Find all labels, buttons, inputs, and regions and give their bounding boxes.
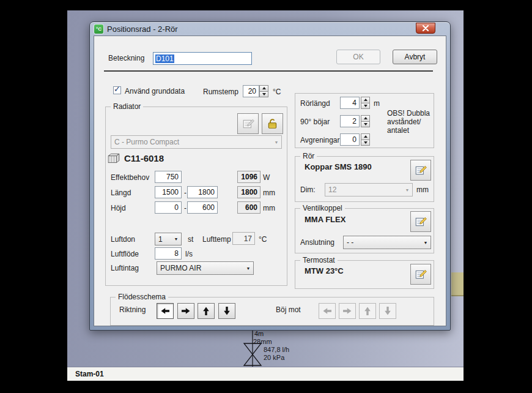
header-separator xyxy=(104,70,433,72)
ror-edit-button[interactable] xyxy=(410,160,431,181)
langd-unit: mm xyxy=(263,189,275,197)
riktning-up-button[interactable] xyxy=(198,303,215,319)
anslutning-label: Anslutning xyxy=(300,238,334,247)
radiator-series-value: C - Purmo Compact xyxy=(114,138,179,146)
luftintag-combo[interactable]: PURMO AIR ▼ xyxy=(157,261,254,275)
radiator-group: Radiator C - Purmo Co xyxy=(105,107,287,286)
rorlangd-label: Rörlängd xyxy=(300,99,330,108)
hojd-max-input[interactable]: 600 xyxy=(187,201,218,214)
spin-down-icon[interactable] xyxy=(361,103,370,110)
rorlangd-input[interactable]: 4 xyxy=(340,97,360,109)
dim-combo[interactable]: 12 ▼ xyxy=(325,183,413,196)
close-button[interactable] xyxy=(416,23,435,34)
edit-icon xyxy=(415,164,427,176)
effektbehov-input[interactable]: 750 xyxy=(155,171,182,183)
beteckning-label: Beteckning xyxy=(108,54,144,62)
avbryt-button[interactable]: Avbryt xyxy=(393,50,437,64)
arrow-right-icon xyxy=(342,306,352,316)
chevron-down-icon: ▼ xyxy=(402,184,412,196)
status-text: Stam-01 xyxy=(75,370,104,378)
effektbehov-result: 1096 xyxy=(237,171,260,183)
radiator-group-label: Radiator xyxy=(111,102,143,111)
spin-down-icon[interactable] xyxy=(361,121,370,128)
radiator-model: C11-6018 xyxy=(124,153,164,163)
ventilkoppel-group-label: Ventilkoppel xyxy=(300,204,345,212)
hojd-dash: - xyxy=(184,204,187,212)
canvas-object-partial xyxy=(451,272,464,296)
riktning-down-button[interactable] xyxy=(218,303,235,319)
bojmot-up-button[interactable] xyxy=(359,303,376,319)
luftdon-combo[interactable]: 1 ▼ xyxy=(155,233,182,245)
ventilkoppel-edit-button[interactable] xyxy=(410,211,431,232)
bojar-label: 90° böjar xyxy=(300,118,330,126)
termostat-edit-button[interactable] xyxy=(410,264,431,285)
ror-group-label: Rör xyxy=(300,152,317,160)
ok-button[interactable]: OK xyxy=(336,50,380,64)
rumstemp-unit: °C xyxy=(273,88,281,96)
radiator-icon xyxy=(107,152,120,164)
beteckning-selected-text: D101 xyxy=(155,54,174,63)
chevron-down-icon: ▼ xyxy=(421,236,430,249)
langd-min-input[interactable]: 1500 xyxy=(155,186,182,198)
avgreningar-spinner[interactable] xyxy=(361,133,370,146)
luftflode-input[interactable]: 8 xyxy=(155,247,182,260)
arrow-down-icon xyxy=(383,306,393,316)
luftflode-unit: l/s xyxy=(185,250,193,258)
langd-result: 1800 xyxy=(237,186,260,198)
obs-note: OBS! Dubbla avståndet/ antalet xyxy=(387,109,434,135)
ror-name: Koppar SMS 1890 xyxy=(305,162,372,171)
anvand-grunddata-label: Använd grunddata xyxy=(125,87,185,95)
app-icon: °C xyxy=(94,24,103,34)
dim-label: Dim: xyxy=(300,185,316,194)
bojmot-label: Böj mot xyxy=(276,305,301,314)
arrow-down-icon xyxy=(222,306,232,316)
ventilkoppel-name: MMA FLEX xyxy=(305,215,345,224)
arrow-left-icon xyxy=(160,306,170,316)
spin-down-icon[interactable] xyxy=(259,91,268,98)
riktning-right-button[interactable] xyxy=(177,303,194,319)
rorlangd-spinner[interactable] xyxy=(361,97,370,109)
anslutning-combo[interactable]: - - ▼ xyxy=(343,236,431,249)
langd-max-input[interactable]: 1800 xyxy=(187,186,218,198)
hojd-unit: mm xyxy=(263,204,275,212)
beteckning-input[interactable]: D101 xyxy=(153,52,252,65)
edit-icon xyxy=(415,268,427,280)
spin-down-icon[interactable] xyxy=(361,140,370,146)
screenshot-stage: 4m 28mm 847,8 l/h 20 kPa Stam-01 °C Posi… xyxy=(0,0,532,393)
anvand-grunddata-checkbox[interactable]: ✓ xyxy=(113,86,121,94)
edit-icon xyxy=(242,118,254,130)
radiator-series-combo[interactable]: C - Purmo Compact ▼ xyxy=(111,135,282,149)
obs-note-line3: antalet xyxy=(387,126,434,135)
bojmot-left-button[interactable] xyxy=(319,303,336,319)
chevron-down-icon: ▼ xyxy=(171,233,181,245)
ventilkoppel-group: Ventilkoppel MMA FLEX Anslutning - - ▼ xyxy=(295,208,434,253)
luftdon-label: Luftdon xyxy=(111,235,135,244)
riktning-label: Riktning xyxy=(119,305,146,314)
lock-icon xyxy=(267,118,279,130)
bojar-spinner[interactable] xyxy=(361,115,370,127)
bojmot-down-button[interactable] xyxy=(379,303,396,319)
radiator-lock-button[interactable] xyxy=(262,113,283,134)
luftintag-value: PURMO AIR xyxy=(160,264,201,272)
ror-group: Rör Koppar SMS 1890 Dim: 12 ▼ mm xyxy=(295,156,434,202)
dialog-window: °C Positionsrad - 2-Rör Beteckning D101 … xyxy=(89,21,451,331)
rorlangd-unit: m xyxy=(374,99,380,108)
arrow-up-icon xyxy=(201,306,211,316)
pipe-lengths-group: Rörlängd 4 m 90° böjar 2 Avgreningar 0 xyxy=(295,93,434,148)
hojd-min-input[interactable]: 0 xyxy=(155,201,182,214)
luftintag-label: Luftintag xyxy=(111,264,139,272)
avgreningar-input[interactable]: 0 xyxy=(340,133,360,146)
rumstemp-spinner[interactable] xyxy=(259,85,268,97)
bojmot-right-button[interactable] xyxy=(339,303,356,319)
rumstemp-input[interactable]: 20 xyxy=(243,85,259,97)
radiator-edit-button[interactable] xyxy=(237,113,259,134)
close-icon xyxy=(422,25,429,31)
riktning-left-button[interactable] xyxy=(157,303,174,319)
flodesschema-group: Flödesschema Riktning Böj mot xyxy=(110,297,434,326)
langd-dash: - xyxy=(184,189,187,197)
effektbehov-unit: W xyxy=(263,173,270,182)
dim-value: 12 xyxy=(328,185,336,194)
hojd-label: Höjd xyxy=(111,204,126,212)
lufttemp-label: Lufttemp xyxy=(202,235,231,244)
bojar-input[interactable]: 2 xyxy=(340,115,360,127)
